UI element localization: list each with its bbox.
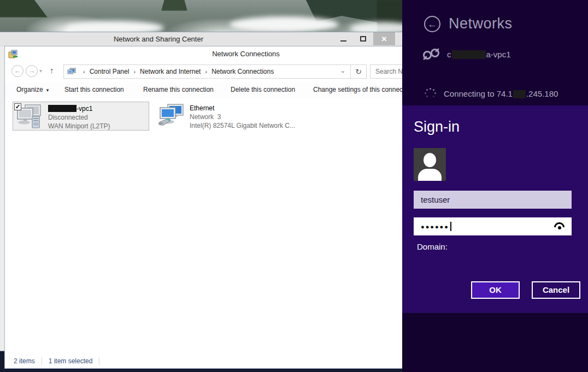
selected-count: 1 item selected (49, 357, 93, 365)
cloud-shape (66, 21, 164, 32)
divider (42, 357, 42, 365)
up-arrow-icon: ↑ (50, 66, 54, 75)
panel-back-button[interactable]: ← (424, 16, 440, 32)
password-reveal-icon[interactable] (554, 222, 565, 230)
reveal-eye-dot (558, 226, 561, 229)
network-connections-app-icon (8, 49, 18, 59)
maximize-button[interactable] (357, 32, 369, 45)
panel-title: Networks (449, 15, 513, 32)
breadcrumb-separator-icon: › (205, 68, 207, 75)
domain-label: Domain: (417, 242, 448, 251)
up-button[interactable]: ↑ (50, 66, 54, 75)
connection-name-suffix: -vpc1 (77, 105, 92, 113)
chevron-down-icon: ▾ (39, 68, 42, 74)
close-button[interactable]: ✕ (373, 32, 395, 45)
search-placeholder: Search N (375, 68, 403, 75)
refresh-button[interactable]: ↻ (351, 67, 366, 76)
breadcrumb-network-connections[interactable]: Network Connections (211, 68, 274, 75)
redacted-ip (513, 90, 526, 98)
vpn-network-item[interactable]: ca-vpc1 (422, 46, 511, 62)
connecting-suffix: .245.180 (526, 89, 558, 98)
breadcrumb-separator-icon: › (83, 68, 85, 75)
chevron-down-icon: ▾ (46, 87, 49, 93)
item-text: -vpc1 Disconnected WAN Miniport (L2TP) (48, 104, 110, 131)
cloud-shape (230, 16, 339, 32)
sign-in-title: Sign-in (414, 119, 460, 135)
username-input[interactable] (414, 191, 572, 209)
titlebar[interactable]: Network and Sharing Center ✕ (0, 32, 404, 46)
delete-connection-button[interactable]: Delete this connection (231, 86, 295, 93)
connection-name: Ethernet (190, 104, 295, 113)
minimize-button[interactable] (337, 32, 349, 45)
connection-status: Network 3 (190, 113, 295, 121)
vpn-name-prefix: c (447, 50, 451, 59)
back-icon: ← (14, 67, 21, 75)
connection-name: -vpc1 (48, 104, 110, 113)
breadcrumb-control-panel[interactable]: Control Panel (90, 68, 130, 75)
redacted-vpn-name (452, 50, 486, 59)
vpn-name-suffix: a-vpc1 (486, 50, 511, 59)
sign-in-section: Sign-in ●●●●●● Domain: OK Cancel (402, 105, 588, 313)
check-icon: ✓ (15, 103, 20, 110)
change-settings-button[interactable]: Change settings of this connectio (313, 86, 410, 93)
history-dropdown[interactable]: ▾ (39, 68, 42, 74)
maximize-icon (360, 36, 366, 42)
connecting-spinner-icon (424, 87, 436, 99)
avatar-head-shape (424, 153, 436, 167)
ethernet-connection-icon (157, 104, 185, 129)
item-text: Ethernet Network 3 Intel(R) 82574L Gigab… (190, 104, 295, 130)
ok-button[interactable]: OK (471, 281, 520, 299)
mountain-shape (161, 0, 187, 11)
refresh-icon: ↻ (355, 67, 362, 76)
forward-icon: → (28, 67, 36, 75)
connecting-status-text: Connecting to 74.1.245.180 (444, 89, 558, 98)
redacted-name (48, 105, 77, 112)
text-caret (450, 222, 451, 231)
organize-menu[interactable]: Organize▾ (16, 86, 49, 93)
connection-item-vpn[interactable]: ✓ -vpc1 Disconnected WAN Miniport (L2TP) (13, 102, 149, 131)
breadcrumb-network-and-internet[interactable]: Network and Internet (140, 68, 201, 75)
organize-label: Organize (16, 86, 43, 93)
breadcrumb-location-icon (67, 68, 76, 75)
vpn-knot-icon (422, 46, 442, 62)
rename-connection-button[interactable]: Rename this connection (143, 86, 214, 93)
password-input[interactable]: ●●●●●● (414, 217, 572, 235)
connection-device: Intel(R) 82574L Gigabit Network C... (190, 121, 295, 130)
start-connection-button[interactable]: Start this connection (64, 86, 124, 93)
vpn-name: ca-vpc1 (447, 50, 511, 59)
breadcrumb-bar[interactable]: › Control Panel › Network and Internet ›… (63, 64, 367, 79)
item-checkbox[interactable]: ✓ (14, 103, 21, 110)
close-icon: ✕ (381, 35, 387, 43)
connection-device: WAN Miniport (L2TP) (48, 122, 110, 131)
items-count: 2 items (14, 357, 35, 365)
chevron-down-icon: ⌄ (340, 67, 345, 74)
breadcrumb-separator-icon: › (133, 68, 136, 75)
user-avatar (414, 148, 446, 181)
back-button[interactable]: ← (11, 65, 23, 77)
screen: Network and Sharing Center ✕ Network Con… (0, 0, 588, 372)
connection-status: Disconnected (48, 113, 110, 122)
back-arrow-icon: ← (428, 19, 437, 29)
networks-panel-bottom (402, 313, 588, 372)
connecting-status-row: Connecting to 74.1.245.180 (424, 87, 558, 99)
avatar-body-shape (418, 169, 442, 181)
networks-panel-top: ← Networks ca-vpc1 Connecting to 74.1.24… (402, 0, 588, 105)
connection-item-ethernet[interactable]: Ethernet Network 3 Intel(R) 82574L Gigab… (155, 102, 298, 131)
password-masked-value: ●●●●●● (421, 223, 449, 230)
cancel-button[interactable]: Cancel (532, 281, 580, 299)
networks-header: ← Networks (424, 15, 513, 32)
divider (99, 357, 99, 365)
address-dropdown[interactable]: ⌄ (340, 67, 345, 74)
minimize-icon (340, 40, 346, 42)
networks-panel: ← Networks ca-vpc1 Connecting to 74.1.24… (402, 0, 588, 372)
mountain-shape (0, 0, 57, 17)
forward-button[interactable]: → (26, 65, 38, 77)
connecting-prefix: Connecting to 74.1 (444, 89, 513, 98)
